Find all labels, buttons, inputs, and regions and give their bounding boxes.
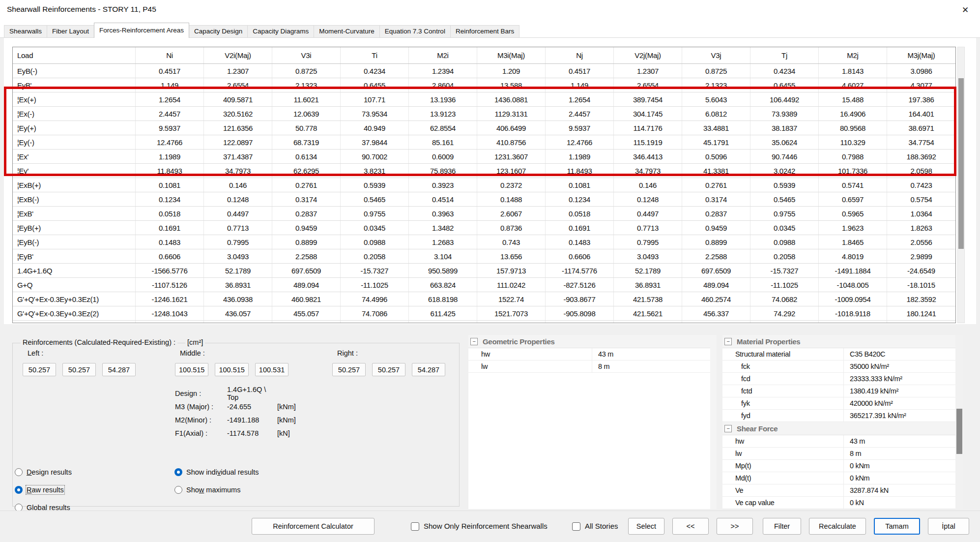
value-cell: 0.146 xyxy=(614,178,682,192)
reinforcement-value-box[interactable]: 100.531 xyxy=(255,363,288,376)
show-only-reinforcement-shearwalls-checkbox[interactable] xyxy=(411,522,419,531)
collapse-minus-icon[interactable]: − xyxy=(724,425,732,432)
value-cell: 3.0493 xyxy=(204,249,272,263)
reinforcement-value-box[interactable]: 50.257 xyxy=(23,363,56,376)
value-cell: 421.5621 xyxy=(614,306,682,320)
reinforcement-value-box[interactable]: 54.287 xyxy=(412,363,445,376)
value-cell: 489.094 xyxy=(682,278,750,292)
value-cell: 52.1789 xyxy=(614,264,682,277)
table-row[interactable]: G'+Q'+Ex-0.3Ey+0.3Ez(3)-1247.2535347.694… xyxy=(13,321,955,323)
property-key: fcd xyxy=(722,373,844,385)
column-header[interactable]: Tj xyxy=(750,47,819,63)
reinforcement-calculator-button[interactable]: Reinforcement Calculator xyxy=(252,518,375,535)
table-row[interactable]: ¦EyB'0.66063.04932.25880.20583.10413.656… xyxy=(13,249,955,264)
value-cell: 3.0493 xyxy=(614,249,682,263)
radio-design-results[interactable]: Design results xyxy=(15,466,72,478)
design-line: M3 (Major) :-24.655[kNm] xyxy=(175,400,296,413)
filter-button[interactable]: Filter xyxy=(763,518,801,535)
column-header[interactable]: M3i(Maj) xyxy=(477,47,546,63)
previous-button[interactable]: << xyxy=(672,518,709,535)
radio-raw-results[interactable]: Raw results xyxy=(15,484,72,496)
reinforcement-value-box[interactable]: 54.287 xyxy=(102,363,136,376)
properties-scrollbar-thumb[interactable] xyxy=(956,409,962,454)
value-cell: 0.6606 xyxy=(546,249,614,263)
reinforcement-value-box[interactable]: 50.257 xyxy=(332,363,366,376)
column-header[interactable]: M2i xyxy=(409,47,477,63)
property-key: Ve xyxy=(722,484,844,496)
column-header[interactable]: M3j(Maj) xyxy=(887,47,955,63)
table-scrollbar-thumb[interactable] xyxy=(958,78,964,249)
column-header[interactable]: V2j(Maj) xyxy=(614,47,682,63)
value-cell: 0.5465 xyxy=(341,192,409,206)
table-row[interactable]: G+Q-1107.512636.8931489.094-11.1025663.8… xyxy=(13,278,955,292)
column-header[interactable]: V2i(Maj) xyxy=(204,47,272,63)
reinforcement-value-box[interactable]: 100.515 xyxy=(175,363,208,376)
radio-icon[interactable] xyxy=(15,486,23,494)
tab-forces-reinforcement-areas[interactable]: Forces-Reinforcement Areas xyxy=(94,23,189,38)
select-button[interactable]: Select xyxy=(628,518,664,535)
table-row[interactable]: ¦EyB(+)0.16910.77130.94590.03451.34820.8… xyxy=(13,221,955,235)
collapse-minus-icon[interactable]: − xyxy=(724,338,732,345)
value-cell: 421.5738 xyxy=(614,292,682,306)
column-header[interactable]: V3i xyxy=(272,47,341,63)
column-header[interactable]: Nj xyxy=(546,47,614,63)
property-row: fctd1380.419 kN/m² xyxy=(722,385,955,397)
table-row[interactable]: EyB(-)0.45171.23070.87250.42341.23941.20… xyxy=(13,64,955,78)
table-row[interactable]: ¦ExB(+)0.10810.1460.27610.59390.39230.23… xyxy=(13,178,955,192)
property-key: lw xyxy=(722,448,844,459)
tab-fiber-layout[interactable]: Fiber Layout xyxy=(47,25,94,38)
geometric-scrollbar[interactable] xyxy=(710,335,717,509)
value-cell: 0.8736 xyxy=(477,221,546,235)
value-cell: -11.1025 xyxy=(750,278,819,292)
table-scrollbar[interactable] xyxy=(957,47,965,323)
value-cell: 0.8899 xyxy=(682,235,750,249)
column-header[interactable]: V3j xyxy=(682,47,750,63)
radio-icon[interactable] xyxy=(15,468,23,476)
properties-scrollbar[interactable] xyxy=(955,335,963,509)
value-cell: 0.1234 xyxy=(546,192,614,206)
radio-icon[interactable] xyxy=(174,486,182,494)
column-header[interactable]: Load xyxy=(13,47,136,63)
column-header[interactable]: Ti xyxy=(341,47,409,63)
table-row[interactable]: ¦EyB(-)0.14830.79950.88990.09881.26830.7… xyxy=(13,235,955,249)
radio-icon[interactable] xyxy=(174,468,182,476)
value-cell: 0.7423 xyxy=(887,178,955,192)
table-row[interactable]: ¦ExB(-)0.12340.12480.31740.54650.45140.1… xyxy=(13,192,955,207)
table-row[interactable]: G'+Q'+Ex-0.3Ey+0.3Ez(2)-1248.1043436.057… xyxy=(13,306,955,321)
property-value: 3287.874 kN xyxy=(844,484,955,496)
table-row[interactable]: ¦ExB'0.05180.44970.28370.97550.39632.606… xyxy=(13,207,955,221)
value-cell: -1009.0954 xyxy=(819,292,887,306)
table-row[interactable]: 1.4G+1.6Q-1566.577652.1789697.6509-15.73… xyxy=(13,264,955,278)
reinforcement-value-box[interactable]: 50.257 xyxy=(62,363,96,376)
tab-reinforcement-bars[interactable]: Reinforcement Bars xyxy=(450,25,519,38)
value-cell: 0.3963 xyxy=(409,207,477,220)
radio-label: Show maximums xyxy=(186,486,240,494)
column-header[interactable]: M2j xyxy=(819,47,887,63)
all-stories-checkbox[interactable] xyxy=(572,522,580,531)
radio-show-individual-results[interactable]: Show individual results xyxy=(174,466,259,478)
next-button[interactable]: >> xyxy=(717,518,753,535)
tab-moment-curvature[interactable]: Moment-Curvature xyxy=(314,25,380,38)
table-row[interactable]: G'+Q'+Ex-0.3Ey+0.3Ez(1)-1246.1621436.093… xyxy=(13,292,955,306)
tab-equation-7-3-control[interactable]: Equation 7.3 Control xyxy=(379,25,451,38)
column-header[interactable]: Ni xyxy=(136,47,204,63)
value-cell: 0.4517 xyxy=(136,64,204,78)
shearwall-reinforcements-dialog: Shearwall Reinforcements - STORY 11, P45… xyxy=(0,0,980,542)
reinforcement-value-box[interactable]: 100.515 xyxy=(215,363,248,376)
collapse-minus-icon[interactable]: − xyxy=(470,338,478,345)
recalculate-button[interactable]: Recalculate xyxy=(809,518,866,535)
radio-show-maximums[interactable]: Show maximums xyxy=(174,484,259,496)
tamam-button[interactable]: Tamam xyxy=(874,518,920,535)
reinforcement-value-box[interactable]: 50.257 xyxy=(372,363,405,376)
value-cell: 1.0364 xyxy=(887,207,955,220)
value-cell: -24.6549 xyxy=(887,264,955,277)
tab-capacity-design[interactable]: Capacity Design xyxy=(189,25,248,38)
value-cell: 697.6509 xyxy=(682,264,750,277)
value-cell: 0.5939 xyxy=(341,178,409,192)
iptal-button[interactable]: İptal xyxy=(928,518,969,535)
value-cell: 697.6509 xyxy=(272,264,341,277)
material-rows: Structural materialC35 B420Cfck35000 kN/… xyxy=(722,348,955,422)
tab-capacity-diagrams[interactable]: Capacity Diagrams xyxy=(247,25,314,38)
tab-shearwalls[interactable]: Shearwalls xyxy=(4,25,47,38)
close-icon[interactable]: ✕ xyxy=(958,3,972,17)
